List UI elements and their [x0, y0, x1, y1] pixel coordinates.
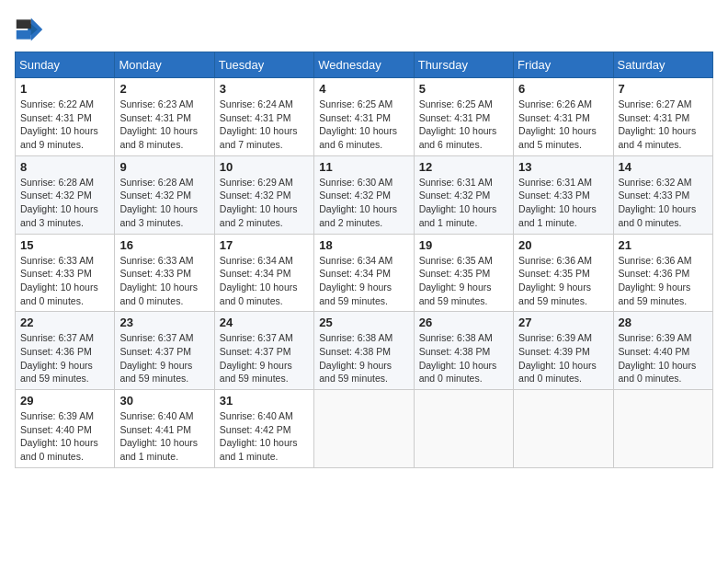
calendar-week-3: 15 Sunrise: 6:33 AMSunset: 4:33 PMDaylig…: [16, 234, 713, 312]
calendar-cell: 17 Sunrise: 6:34 AMSunset: 4:34 PMDaylig…: [214, 234, 313, 312]
day-info: Sunrise: 6:23 AMSunset: 4:31 PMDaylight:…: [119, 98, 209, 152]
calendar-cell: 29 Sunrise: 6:39 AMSunset: 4:40 PMDaylig…: [16, 390, 115, 468]
day-info: Sunrise: 6:38 AMSunset: 4:38 PMDaylight:…: [419, 331, 508, 385]
day-info: Sunrise: 6:28 AMSunset: 4:32 PMDaylight:…: [20, 176, 109, 230]
calendar-cell: 25 Sunrise: 6:38 AMSunset: 4:38 PMDaylig…: [314, 312, 414, 390]
day-info: Sunrise: 6:35 AMSunset: 4:35 PMDaylight:…: [419, 254, 508, 308]
calendar-cell: 19 Sunrise: 6:35 AMSunset: 4:35 PMDaylig…: [414, 234, 513, 312]
day-info: Sunrise: 6:37 AMSunset: 4:37 PMDaylight:…: [220, 331, 309, 385]
calendar-cell: 6 Sunrise: 6:26 AMSunset: 4:31 PMDayligh…: [514, 78, 613, 156]
day-info: Sunrise: 6:34 AMSunset: 4:34 PMDaylight:…: [319, 254, 408, 308]
day-number: 29: [20, 394, 109, 408]
day-info: Sunrise: 6:39 AMSunset: 4:40 PMDaylight:…: [619, 331, 708, 385]
day-number: 4: [319, 82, 408, 96]
calendar-cell: 24 Sunrise: 6:37 AMSunset: 4:37 PMDaylig…: [214, 312, 313, 390]
day-info: Sunrise: 6:36 AMSunset: 4:36 PMDaylight:…: [619, 254, 708, 308]
day-info: Sunrise: 6:34 AMSunset: 4:34 PMDaylight:…: [220, 254, 309, 308]
day-number: 13: [518, 160, 608, 174]
day-info: Sunrise: 6:37 AMSunset: 4:36 PMDaylight:…: [20, 331, 109, 385]
calendar-cell: 28 Sunrise: 6:39 AMSunset: 4:40 PMDaylig…: [613, 312, 712, 390]
day-number: 17: [220, 238, 309, 252]
day-info: Sunrise: 6:26 AMSunset: 4:31 PMDaylight:…: [518, 98, 608, 152]
day-info: Sunrise: 6:31 AMSunset: 4:33 PMDaylight:…: [518, 176, 608, 230]
col-header-monday: Monday: [115, 52, 214, 78]
calendar-cell: [414, 390, 513, 468]
day-number: 18: [319, 238, 408, 252]
day-number: 19: [419, 238, 508, 252]
calendar-cell: [314, 390, 414, 468]
calendar-week-1: 1 Sunrise: 6:22 AMSunset: 4:31 PMDayligh…: [16, 78, 713, 156]
calendar-cell: 16 Sunrise: 6:33 AMSunset: 4:33 PMDaylig…: [115, 234, 214, 312]
col-header-thursday: Thursday: [414, 52, 513, 78]
day-number: 14: [619, 160, 708, 174]
calendar-cell: 10 Sunrise: 6:29 AMSunset: 4:32 PMDaylig…: [214, 155, 313, 234]
day-info: Sunrise: 6:27 AMSunset: 4:31 PMDaylight:…: [619, 98, 708, 152]
calendar-cell: 12 Sunrise: 6:31 AMSunset: 4:32 PMDaylig…: [414, 155, 513, 234]
day-number: 11: [319, 160, 408, 174]
day-number: 15: [20, 238, 109, 252]
day-number: 5: [419, 82, 508, 96]
day-number: 26: [419, 316, 508, 329]
col-header-wednesday: Wednesday: [314, 52, 414, 78]
calendar-cell: 2 Sunrise: 6:23 AMSunset: 4:31 PMDayligh…: [115, 78, 214, 156]
calendar-cell: 11 Sunrise: 6:30 AMSunset: 4:32 PMDaylig…: [314, 155, 414, 234]
day-number: 28: [619, 316, 708, 329]
calendar-cell: 1 Sunrise: 6:22 AMSunset: 4:31 PMDayligh…: [16, 78, 115, 156]
calendar-week-4: 22 Sunrise: 6:37 AMSunset: 4:36 PMDaylig…: [16, 312, 713, 390]
calendar-cell: 18 Sunrise: 6:34 AMSunset: 4:34 PMDaylig…: [314, 234, 414, 312]
day-info: Sunrise: 6:25 AMSunset: 4:31 PMDaylight:…: [319, 98, 408, 152]
day-number: 10: [220, 160, 309, 174]
day-number: 3: [220, 82, 309, 96]
calendar-cell: 26 Sunrise: 6:38 AMSunset: 4:38 PMDaylig…: [414, 312, 513, 390]
day-number: 27: [518, 316, 608, 329]
day-info: Sunrise: 6:22 AMSunset: 4:31 PMDaylight:…: [20, 98, 109, 152]
col-header-tuesday: Tuesday: [214, 52, 313, 78]
day-info: Sunrise: 6:32 AMSunset: 4:33 PMDaylight:…: [619, 176, 708, 230]
day-info: Sunrise: 6:29 AMSunset: 4:32 PMDaylight:…: [220, 176, 309, 230]
day-info: Sunrise: 6:39 AMSunset: 4:39 PMDaylight:…: [518, 331, 608, 385]
calendar-cell: 27 Sunrise: 6:39 AMSunset: 4:39 PMDaylig…: [514, 312, 613, 390]
calendar-cell: 5 Sunrise: 6:25 AMSunset: 4:31 PMDayligh…: [414, 78, 513, 156]
day-number: 16: [119, 238, 209, 252]
calendar-cell: 15 Sunrise: 6:33 AMSunset: 4:33 PMDaylig…: [16, 234, 115, 312]
calendar-cell: 23 Sunrise: 6:37 AMSunset: 4:37 PMDaylig…: [115, 312, 214, 390]
day-number: 6: [518, 82, 608, 96]
day-number: 8: [20, 160, 109, 174]
calendar-cell: 14 Sunrise: 6:32 AMSunset: 4:33 PMDaylig…: [613, 155, 712, 234]
calendar-header-row: SundayMondayTuesdayWednesdayThursdayFrid…: [16, 52, 713, 78]
calendar-cell: 31 Sunrise: 6:40 AMSunset: 4:42 PMDaylig…: [214, 390, 313, 468]
calendar-cell: 8 Sunrise: 6:28 AMSunset: 4:32 PMDayligh…: [16, 155, 115, 234]
day-info: Sunrise: 6:40 AMSunset: 4:41 PMDaylight:…: [119, 409, 209, 464]
calendar-cell: 9 Sunrise: 6:28 AMSunset: 4:32 PMDayligh…: [115, 155, 214, 234]
calendar-cell: [514, 390, 613, 468]
calendar-cell: 7 Sunrise: 6:27 AMSunset: 4:31 PMDayligh…: [613, 78, 712, 156]
day-number: 1: [20, 82, 109, 96]
calendar-cell: 22 Sunrise: 6:37 AMSunset: 4:36 PMDaylig…: [16, 312, 115, 390]
day-number: 23: [119, 316, 209, 329]
day-number: 7: [619, 82, 708, 96]
svg-rect-3: [17, 30, 31, 40]
day-info: Sunrise: 6:28 AMSunset: 4:32 PMDaylight:…: [119, 176, 209, 230]
day-number: 24: [220, 316, 309, 329]
day-number: 31: [220, 394, 309, 408]
day-info: Sunrise: 6:31 AMSunset: 4:32 PMDaylight:…: [419, 176, 508, 230]
day-info: Sunrise: 6:30 AMSunset: 4:32 PMDaylight:…: [319, 176, 408, 230]
day-info: Sunrise: 6:39 AMSunset: 4:40 PMDaylight:…: [20, 409, 109, 464]
day-number: 25: [319, 316, 408, 329]
day-number: 22: [20, 316, 109, 329]
day-info: Sunrise: 6:33 AMSunset: 4:33 PMDaylight:…: [119, 254, 209, 308]
day-info: Sunrise: 6:37 AMSunset: 4:37 PMDaylight:…: [119, 331, 209, 385]
day-number: 12: [419, 160, 508, 174]
calendar-week-5: 29 Sunrise: 6:39 AMSunset: 4:40 PMDaylig…: [16, 390, 713, 468]
calendar-cell: 13 Sunrise: 6:31 AMSunset: 4:33 PMDaylig…: [514, 155, 613, 234]
col-header-saturday: Saturday: [613, 52, 712, 78]
page-header: [15, 15, 713, 44]
col-header-friday: Friday: [514, 52, 613, 78]
calendar-cell: 30 Sunrise: 6:40 AMSunset: 4:41 PMDaylig…: [115, 390, 214, 468]
day-info: Sunrise: 6:25 AMSunset: 4:31 PMDaylight:…: [419, 98, 508, 152]
day-info: Sunrise: 6:24 AMSunset: 4:31 PMDaylight:…: [220, 98, 309, 152]
calendar-cell: [613, 390, 712, 468]
day-number: 20: [518, 238, 608, 252]
day-info: Sunrise: 6:40 AMSunset: 4:42 PMDaylight:…: [220, 409, 309, 464]
day-info: Sunrise: 6:33 AMSunset: 4:33 PMDaylight:…: [20, 254, 109, 308]
